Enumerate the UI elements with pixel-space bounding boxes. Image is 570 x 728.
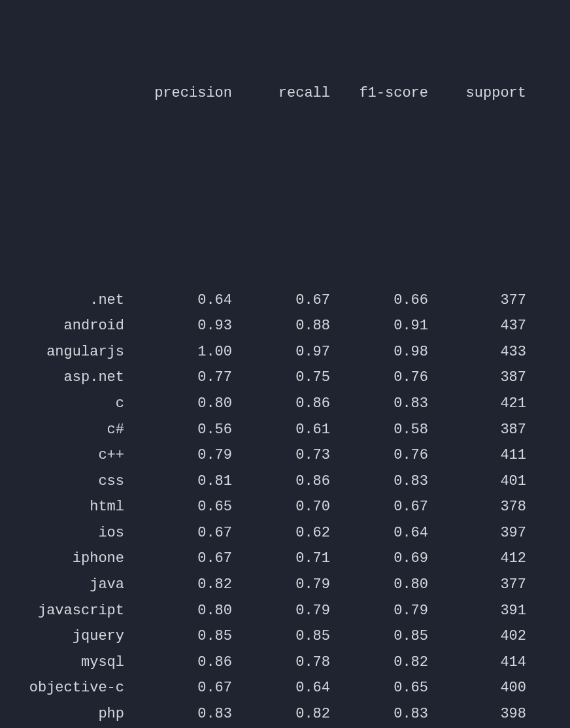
class-precision: 0.67 — [124, 675, 232, 701]
class-precision: 0.85 — [124, 623, 232, 650]
class-f1: 0.64 — [330, 520, 428, 546]
header-f1: f1-score — [330, 80, 428, 107]
class-precision: 0.83 — [124, 701, 232, 727]
class-f1: 0.58 — [330, 417, 428, 443]
class-row: html0.650.700.67378 — [0, 494, 563, 520]
class-recall: 0.67 — [232, 288, 330, 314]
class-label: .net — [0, 288, 124, 314]
class-recall: 0.61 — [232, 417, 330, 443]
class-support: 411 — [428, 442, 526, 469]
class-recall: 0.73 — [232, 442, 330, 469]
class-support: 412 — [428, 546, 526, 572]
class-row: php0.830.820.83398 — [0, 701, 563, 727]
class-support: 378 — [428, 494, 526, 520]
class-support: 433 — [428, 339, 526, 365]
class-label: mysql — [0, 650, 124, 676]
class-row: c#0.560.610.58387 — [0, 417, 563, 443]
class-f1: 0.76 — [330, 442, 428, 469]
class-recall: 0.86 — [232, 469, 330, 495]
class-label: c — [0, 391, 124, 417]
class-row: javascript0.800.790.79391 — [0, 598, 563, 624]
class-recall: 0.85 — [232, 623, 330, 650]
class-f1: 0.82 — [330, 650, 428, 676]
class-support: 398 — [428, 701, 526, 727]
class-row: iphone0.670.710.69412 — [0, 546, 563, 572]
class-recall: 0.86 — [232, 391, 330, 417]
class-precision: 0.82 — [124, 572, 232, 598]
class-f1: 0.65 — [330, 675, 428, 701]
class-row: c0.800.860.83421 — [0, 391, 563, 417]
class-precision: 0.77 — [124, 365, 232, 391]
class-recall: 0.97 — [232, 339, 330, 365]
class-support: 391 — [428, 598, 526, 624]
class-support: 387 — [428, 365, 526, 391]
class-recall: 0.70 — [232, 494, 330, 520]
header-support: support — [428, 80, 526, 107]
blank-row — [0, 184, 563, 210]
class-recall: 0.79 — [232, 598, 330, 624]
class-label: java — [0, 572, 124, 598]
class-support: 377 — [428, 572, 526, 598]
class-f1: 0.66 — [330, 288, 428, 314]
class-support: 397 — [428, 520, 526, 546]
class-label: php — [0, 701, 124, 727]
class-recall: 0.82 — [232, 701, 330, 727]
class-precision: 0.79 — [124, 442, 232, 469]
class-recall: 0.62 — [232, 520, 330, 546]
class-precision: 0.80 — [124, 391, 232, 417]
class-f1: 0.76 — [330, 365, 428, 391]
class-support: 421 — [428, 391, 526, 417]
class-precision: 0.65 — [124, 494, 232, 520]
class-f1: 0.85 — [330, 623, 428, 650]
class-precision: 0.86 — [124, 650, 232, 676]
class-row: objective-c0.670.640.65400 — [0, 675, 563, 701]
class-f1: 0.98 — [330, 339, 428, 365]
class-f1: 0.67 — [330, 494, 428, 520]
class-label: objective-c — [0, 675, 124, 701]
class-recall: 0.88 — [232, 313, 330, 339]
class-support: 402 — [428, 623, 526, 650]
class-row: css0.810.860.83401 — [0, 469, 563, 495]
class-label: angularjs — [0, 339, 124, 365]
class-f1: 0.83 — [330, 469, 428, 495]
class-precision: 0.64 — [124, 288, 232, 314]
class-label: javascript — [0, 598, 124, 624]
class-row: java0.820.790.80377 — [0, 572, 563, 598]
class-precision: 0.56 — [124, 417, 232, 443]
class-label: html — [0, 494, 124, 520]
class-support: 401 — [428, 469, 526, 495]
class-support: 414 — [428, 650, 526, 676]
class-label: asp.net — [0, 365, 124, 391]
class-label: iphone — [0, 546, 124, 572]
class-label: css — [0, 469, 124, 495]
class-f1: 0.83 — [330, 701, 428, 727]
class-label: c# — [0, 417, 124, 443]
class-recall: 0.78 — [232, 650, 330, 676]
class-recall: 0.75 — [232, 365, 330, 391]
header-row: precision recall f1-score support — [0, 80, 563, 107]
classification-report: precision recall f1-score support .net0.… — [0, 3, 563, 728]
class-label: ios — [0, 520, 124, 546]
class-label: android — [0, 313, 124, 339]
class-support: 387 — [428, 417, 526, 443]
class-recall: 0.71 — [232, 546, 330, 572]
class-precision: 0.67 — [124, 546, 232, 572]
header-blank — [0, 80, 124, 107]
class-f1: 0.80 — [330, 572, 428, 598]
class-row: jquery0.850.850.85402 — [0, 623, 563, 650]
class-support: 377 — [428, 288, 526, 314]
class-f1: 0.69 — [330, 546, 428, 572]
class-precision: 1.00 — [124, 339, 232, 365]
class-row: ios0.670.620.64397 — [0, 520, 563, 546]
class-row: c++0.790.730.76411 — [0, 442, 563, 469]
class-f1: 0.83 — [330, 391, 428, 417]
class-label: c++ — [0, 442, 124, 469]
class-precision: 0.93 — [124, 313, 232, 339]
class-row: .net0.640.670.66377 — [0, 288, 563, 314]
class-support: 400 — [428, 675, 526, 701]
class-label: jquery — [0, 623, 124, 650]
header-recall: recall — [232, 80, 330, 107]
class-row: android0.930.880.91437 — [0, 313, 563, 339]
class-row: asp.net0.770.750.76387 — [0, 365, 563, 391]
class-row: angularjs1.000.970.98433 — [0, 339, 563, 365]
